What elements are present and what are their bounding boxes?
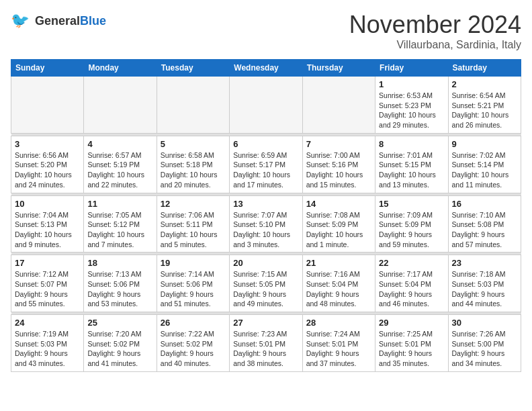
day-number: 22: [379, 258, 444, 268]
day-number: 29: [379, 318, 444, 328]
calendar-day: 3Sunrise: 6:56 AM Sunset: 5:20 PM Daylig…: [11, 136, 84, 193]
calendar-day: 16Sunrise: 7:10 AM Sunset: 5:08 PM Dayli…: [448, 195, 521, 253]
day-info: Sunrise: 7:08 AM Sunset: 5:09 PM Dayligh…: [306, 210, 371, 250]
calendar-day: 11Sunrise: 7:05 AM Sunset: 5:12 PM Dayli…: [84, 195, 157, 253]
day-info: Sunrise: 7:17 AM Sunset: 5:04 PM Dayligh…: [379, 269, 444, 309]
day-info: Sunrise: 7:09 AM Sunset: 5:09 PM Dayligh…: [379, 210, 444, 250]
calendar-day: 9Sunrise: 7:02 AM Sunset: 5:14 PM Daylig…: [448, 136, 521, 193]
calendar-day: 20Sunrise: 7:15 AM Sunset: 5:05 PM Dayli…: [230, 255, 302, 312]
calendar-day: [157, 77, 229, 134]
calendar-day: 8Sunrise: 7:01 AM Sunset: 5:15 PM Daylig…: [375, 136, 448, 193]
logo: 🐦 GeneralBlue: [11, 11, 106, 32]
day-info: Sunrise: 7:24 AM Sunset: 5:01 PM Dayligh…: [306, 329, 371, 369]
day-info: Sunrise: 7:14 AM Sunset: 5:06 PM Dayligh…: [161, 269, 226, 309]
day-number: 7: [306, 139, 371, 149]
calendar-day: 27Sunrise: 7:23 AM Sunset: 5:01 PM Dayli…: [230, 315, 302, 372]
day-number: 2: [452, 79, 517, 89]
day-info: Sunrise: 7:20 AM Sunset: 5:02 PM Dayligh…: [87, 329, 152, 369]
calendar-day: 25Sunrise: 7:20 AM Sunset: 5:02 PM Dayli…: [84, 315, 157, 372]
calendar-day: [302, 77, 375, 134]
page-header: 🐦 GeneralBlue November 2024 Villaurbana,…: [11, 11, 521, 51]
day-info: Sunrise: 7:22 AM Sunset: 5:02 PM Dayligh…: [161, 329, 226, 369]
day-info: Sunrise: 7:04 AM Sunset: 5:13 PM Dayligh…: [15, 210, 80, 250]
day-info: Sunrise: 7:10 AM Sunset: 5:08 PM Dayligh…: [452, 210, 517, 250]
day-number: 15: [379, 199, 444, 209]
title-block: November 2024 Villaurbana, Sardinia, Ita…: [349, 11, 521, 51]
day-info: Sunrise: 7:19 AM Sunset: 5:03 PM Dayligh…: [15, 329, 80, 369]
day-info: Sunrise: 6:57 AM Sunset: 5:19 PM Dayligh…: [87, 150, 152, 190]
day-number: 16: [452, 199, 517, 209]
calendar-day: 5Sunrise: 6:58 AM Sunset: 5:18 PM Daylig…: [157, 136, 229, 193]
calendar-day: 17Sunrise: 7:12 AM Sunset: 5:07 PM Dayli…: [11, 255, 84, 312]
calendar-day: 12Sunrise: 7:06 AM Sunset: 5:11 PM Dayli…: [157, 195, 229, 253]
svg-text:🐦: 🐦: [11, 11, 30, 30]
calendar-day: 4Sunrise: 6:57 AM Sunset: 5:19 PM Daylig…: [84, 136, 157, 193]
calendar-day: [84, 77, 157, 134]
calendar-day: 10Sunrise: 7:04 AM Sunset: 5:13 PM Dayli…: [11, 195, 84, 253]
day-number: 25: [87, 318, 152, 328]
day-number: 3: [15, 139, 80, 149]
weekday-header: Sunday: [11, 60, 84, 77]
day-number: 20: [233, 258, 298, 268]
weekday-header: Thursday: [302, 60, 375, 77]
day-info: Sunrise: 7:15 AM Sunset: 5:05 PM Dayligh…: [233, 269, 298, 309]
day-info: Sunrise: 6:54 AM Sunset: 5:21 PM Dayligh…: [452, 91, 517, 130]
weekday-header: Tuesday: [157, 60, 229, 77]
week-row: 24Sunrise: 7:19 AM Sunset: 5:03 PM Dayli…: [11, 315, 521, 372]
day-number: 23: [452, 258, 517, 268]
calendar-table: SundayMondayTuesdayWednesdayThursdayFrid…: [11, 59, 521, 372]
day-number: 6: [233, 139, 298, 149]
day-info: Sunrise: 7:16 AM Sunset: 5:04 PM Dayligh…: [306, 269, 371, 309]
day-number: 27: [233, 318, 298, 328]
day-info: Sunrise: 7:26 AM Sunset: 5:00 PM Dayligh…: [452, 329, 517, 369]
day-number: 8: [379, 139, 444, 149]
day-info: Sunrise: 6:56 AM Sunset: 5:20 PM Dayligh…: [15, 150, 80, 190]
day-number: 24: [15, 318, 80, 328]
calendar-day: 15Sunrise: 7:09 AM Sunset: 5:09 PM Dayli…: [375, 195, 448, 253]
calendar-day: 1Sunrise: 6:53 AM Sunset: 5:23 PM Daylig…: [375, 77, 448, 134]
day-info: Sunrise: 7:12 AM Sunset: 5:07 PM Dayligh…: [15, 269, 80, 309]
calendar-day: 13Sunrise: 7:07 AM Sunset: 5:10 PM Dayli…: [230, 195, 302, 253]
day-number: 10: [15, 199, 80, 209]
calendar-day: 18Sunrise: 7:13 AM Sunset: 5:06 PM Dayli…: [84, 255, 157, 312]
calendar-day: [230, 77, 302, 134]
day-number: 21: [306, 258, 371, 268]
day-info: Sunrise: 7:18 AM Sunset: 5:03 PM Dayligh…: [452, 269, 517, 309]
day-info: Sunrise: 7:05 AM Sunset: 5:12 PM Dayligh…: [87, 210, 152, 250]
calendar-day: 7Sunrise: 7:00 AM Sunset: 5:16 PM Daylig…: [302, 136, 375, 193]
calendar-day: 29Sunrise: 7:25 AM Sunset: 5:01 PM Dayli…: [375, 315, 448, 372]
calendar-day: 2Sunrise: 6:54 AM Sunset: 5:21 PM Daylig…: [448, 77, 521, 134]
calendar-day: 6Sunrise: 6:59 AM Sunset: 5:17 PM Daylig…: [230, 136, 302, 193]
day-number: 9: [452, 139, 517, 149]
month-title: November 2024: [349, 11, 521, 39]
weekday-header-row: SundayMondayTuesdayWednesdayThursdayFrid…: [11, 60, 521, 77]
day-number: 13: [233, 199, 298, 209]
day-info: Sunrise: 7:01 AM Sunset: 5:15 PM Dayligh…: [379, 150, 444, 190]
day-number: 4: [87, 139, 152, 149]
calendar-day: 19Sunrise: 7:14 AM Sunset: 5:06 PM Dayli…: [157, 255, 229, 312]
calendar-day: 26Sunrise: 7:22 AM Sunset: 5:02 PM Dayli…: [157, 315, 229, 372]
day-info: Sunrise: 6:59 AM Sunset: 5:17 PM Dayligh…: [233, 150, 298, 190]
day-number: 17: [15, 258, 80, 268]
calendar-day: 14Sunrise: 7:08 AM Sunset: 5:09 PM Dayli…: [302, 195, 375, 253]
day-number: 1: [379, 79, 444, 89]
calendar-day: 21Sunrise: 7:16 AM Sunset: 5:04 PM Dayli…: [302, 255, 375, 312]
day-info: Sunrise: 6:53 AM Sunset: 5:23 PM Dayligh…: [379, 91, 444, 130]
day-number: 28: [306, 318, 371, 328]
day-info: Sunrise: 6:58 AM Sunset: 5:18 PM Dayligh…: [161, 150, 226, 190]
weekday-header: Wednesday: [230, 60, 302, 77]
weekday-header: Friday: [375, 60, 448, 77]
day-info: Sunrise: 7:06 AM Sunset: 5:11 PM Dayligh…: [161, 210, 226, 250]
week-row: 1Sunrise: 6:53 AM Sunset: 5:23 PM Daylig…: [11, 77, 521, 134]
calendar-day: 23Sunrise: 7:18 AM Sunset: 5:03 PM Dayli…: [448, 255, 521, 312]
logo-icon: 🐦: [11, 11, 32, 32]
day-info: Sunrise: 7:02 AM Sunset: 5:14 PM Dayligh…: [452, 150, 517, 190]
day-info: Sunrise: 7:13 AM Sunset: 5:06 PM Dayligh…: [87, 269, 152, 309]
calendar-day: 30Sunrise: 7:26 AM Sunset: 5:00 PM Dayli…: [448, 315, 521, 372]
day-info: Sunrise: 7:07 AM Sunset: 5:10 PM Dayligh…: [233, 210, 298, 250]
calendar-day: 22Sunrise: 7:17 AM Sunset: 5:04 PM Dayli…: [375, 255, 448, 312]
calendar-day: 24Sunrise: 7:19 AM Sunset: 5:03 PM Dayli…: [11, 315, 84, 372]
calendar-day: [11, 77, 84, 134]
day-number: 5: [161, 139, 226, 149]
day-number: 18: [87, 258, 152, 268]
